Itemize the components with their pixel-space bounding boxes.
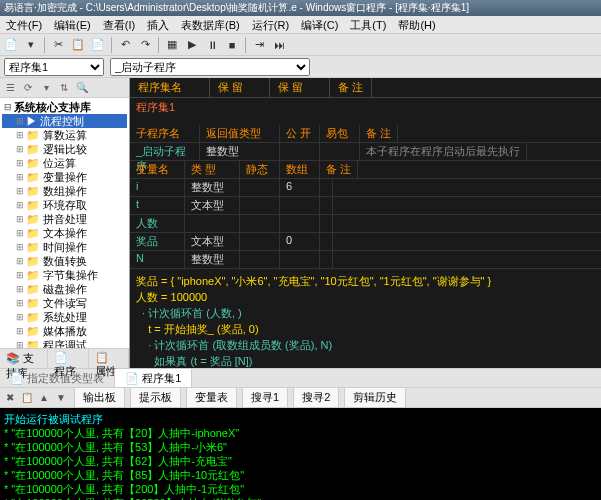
tree-item[interactable]: ⊞ ▶ 流程控制 xyxy=(2,114,127,128)
down-icon[interactable]: ▼ xyxy=(53,390,69,406)
tree-item[interactable]: ⊞ 📁 时间操作 xyxy=(2,240,127,254)
copy-out-icon[interactable]: 📋 xyxy=(19,390,35,406)
tree-item[interactable]: ⊞ 📁 数组操作 xyxy=(2,184,127,198)
copy-icon[interactable]: 📋 xyxy=(69,36,87,54)
output-line: * "在100000个人里, 共有【99580】人抽中-谢谢参与" xyxy=(4,496,597,500)
output-toolbar: ✖ 📋 ▲ ▼ 输出板 提示板 变量表 搜寻1 搜寻2 剪辑历史 xyxy=(0,388,601,408)
titlebar: 易语言·加密完成 - C:\Users\Administrator\Deskto… xyxy=(0,0,601,16)
menu-compile[interactable]: 编译(C) xyxy=(295,16,344,33)
output-line: 开始运行被调试程序 xyxy=(4,412,597,426)
editor-tab-set1[interactable]: 📄 程序集1 xyxy=(115,369,192,387)
pause-icon[interactable]: ⏸ xyxy=(203,36,221,54)
new-icon[interactable]: 📄 xyxy=(2,36,20,54)
menubar: 文件(F) 编辑(E) 查看(I) 插入 表数据库(B) 运行(R) 编译(C)… xyxy=(0,16,601,34)
tree-root[interactable]: ⊟系统核心支持库 xyxy=(2,100,127,114)
tab-program[interactable]: 📄 程序 xyxy=(48,349,88,368)
output-panel[interactable]: 开始运行被调试程序* "在100000个人里, 共有【20】人抽中-iphone… xyxy=(0,408,601,500)
refresh-icon[interactable]: ⟳ xyxy=(20,80,36,96)
out-tab-output[interactable]: 输出板 xyxy=(74,387,125,408)
sub-name-row[interactable]: _启动子程序 整数型 本子程序在程序启动后最先执行 xyxy=(130,143,601,161)
separator xyxy=(44,37,45,53)
tree-item[interactable]: ⊞ 📁 程序调试 xyxy=(2,338,127,348)
menu-run[interactable]: 运行(R) xyxy=(246,16,295,33)
step-icon[interactable]: ⇥ xyxy=(250,36,268,54)
out-tab-find2[interactable]: 搜寻2 xyxy=(293,387,339,408)
var-row[interactable]: 奖品文本型0 xyxy=(130,233,601,251)
output-line: * "在100000个人里, 共有【62】人抽中-充电宝" xyxy=(4,454,597,468)
paste-icon[interactable]: 📄 xyxy=(89,36,107,54)
tree-item[interactable]: ⊞ 📁 字节集操作 xyxy=(2,268,127,282)
minus-icon: ⊟ xyxy=(2,102,14,112)
separator xyxy=(111,37,112,53)
set-name: 程序集1 xyxy=(130,98,601,117)
menu-edit[interactable]: 编辑(E) xyxy=(48,16,97,33)
tree-item[interactable]: ⊞ 📁 系统处理 xyxy=(2,310,127,324)
tree-item[interactable]: ⊞ 📁 媒体播放 xyxy=(2,324,127,338)
redo-icon[interactable]: ↷ xyxy=(136,36,154,54)
tab-support[interactable]: 📚 支持库 xyxy=(0,349,48,368)
tree-icon[interactable]: ☰ xyxy=(2,80,18,96)
menu-db[interactable]: 表数据库(B) xyxy=(175,16,246,33)
left-toolbar: ☰ ⟳ ▾ ⇅ 🔍 xyxy=(0,78,129,98)
procedure-set-select[interactable]: 程序集1 xyxy=(4,58,104,76)
sub-header: 子程序名 返回值类型 公 开 易包 备 注 xyxy=(130,125,601,143)
tree-item[interactable]: ⊞ 📁 磁盘操作 xyxy=(2,282,127,296)
code-line[interactable]: 奖品 = { "iphoneX", "小米6", "充电宝", "10元红包",… xyxy=(136,273,595,289)
tree-item[interactable]: ⊞ 📁 拼音处理 xyxy=(2,212,127,226)
output-line: * "在100000个人里, 共有【20】人抽中-iphoneX" xyxy=(4,426,597,440)
left-tabs: 📚 支持库 📄 程序 📋 属性 xyxy=(0,348,129,368)
editor-tabs: 📄 指定数值类型表 📄 程序集1 xyxy=(0,368,601,388)
left-panel: ☰ ⟳ ▾ ⇅ 🔍 ⊟系统核心支持库 ⊞ ▶ 流程控制⊞ 📁 算数运算⊞ 📁 逻… xyxy=(0,78,130,368)
stop-icon[interactable]: ■ xyxy=(223,36,241,54)
code-line[interactable]: 人数 = 100000 xyxy=(136,289,595,305)
tree-item[interactable]: ⊞ 📁 文件读写 xyxy=(2,296,127,310)
menu-insert[interactable]: 插入 xyxy=(141,16,175,33)
separator xyxy=(245,37,246,53)
tree-item[interactable]: ⊞ 📁 位运算 xyxy=(2,156,127,170)
tree-item[interactable]: ⊞ 📁 环境存取 xyxy=(2,198,127,212)
subroutine-select[interactable]: _启动子程序 xyxy=(110,58,310,76)
output-line: * "在100000个人里, 共有【85】人抽中-10元红包" xyxy=(4,468,597,482)
tab-props[interactable]: 📋 属性 xyxy=(89,349,129,368)
var-row[interactable]: t文本型 xyxy=(130,197,601,215)
var-row[interactable]: 人数 xyxy=(130,215,601,233)
menu-file[interactable]: 文件(F) xyxy=(0,16,48,33)
cut-icon[interactable]: ✂ xyxy=(49,36,67,54)
sort-icon[interactable]: ⇅ xyxy=(56,80,72,96)
out-tab-clip[interactable]: 剪辑历史 xyxy=(344,387,406,408)
menu-view[interactable]: 查看(I) xyxy=(97,16,141,33)
code-line[interactable]: t = 开始抽奖_ (奖品, 0) xyxy=(136,321,595,337)
var-row[interactable]: N整数型 xyxy=(130,251,601,269)
tree-item[interactable]: ⊞ 📁 变量操作 xyxy=(2,170,127,184)
tree-item[interactable]: ⊞ 📁 数值转换 xyxy=(2,254,127,268)
filter-icon[interactable]: ▾ xyxy=(38,80,54,96)
up-icon[interactable]: ▲ xyxy=(36,390,52,406)
menu-tools[interactable]: 工具(T) xyxy=(344,16,392,33)
dropdown-icon[interactable]: ▾ xyxy=(22,36,40,54)
output-line: * "在100000个人里, 共有【200】人抽中-1元红包" xyxy=(4,482,597,496)
code-line[interactable]: 如果真 (t = 奖品 [N]) xyxy=(136,353,595,368)
code-editor[interactable]: 程序集名 保 留 保 留 备 注 程序集1 子程序名 返回值类型 公 开 易包 … xyxy=(130,78,601,368)
search-icon[interactable]: 🔍 xyxy=(74,80,90,96)
combo-bar: 程序集1 _启动子程序 xyxy=(0,56,601,78)
separator xyxy=(158,37,159,53)
tree-item[interactable]: ⊞ 📁 文本操作 xyxy=(2,226,127,240)
menu-help[interactable]: 帮助(H) xyxy=(392,16,441,33)
clear-icon[interactable]: ✖ xyxy=(2,390,18,406)
tree-item[interactable]: ⊞ 📁 逻辑比较 xyxy=(2,142,127,156)
support-lib-tree[interactable]: ⊟系统核心支持库 ⊞ ▶ 流程控制⊞ 📁 算数运算⊞ 📁 逻辑比较⊞ 📁 位运算… xyxy=(0,98,129,348)
editor-tab-types[interactable]: 📄 指定数值类型表 xyxy=(0,369,115,387)
app-icon[interactable]: ▦ xyxy=(163,36,181,54)
var-row[interactable]: i整数型6 xyxy=(130,179,601,197)
skip-icon[interactable]: ⏭ xyxy=(270,36,288,54)
code-line[interactable]: · 计次循环首 (人数, ) xyxy=(136,305,595,321)
output-line: * "在100000个人里, 共有【53】人抽中-小米6" xyxy=(4,440,597,454)
code-area[interactable]: 奖品 = { "iphoneX", "小米6", "充电宝", "10元红包",… xyxy=(130,269,601,368)
tree-item[interactable]: ⊞ 📁 算数运算 xyxy=(2,128,127,142)
out-tab-find1[interactable]: 搜寻1 xyxy=(242,387,288,408)
out-tab-hint[interactable]: 提示板 xyxy=(130,387,181,408)
undo-icon[interactable]: ↶ xyxy=(116,36,134,54)
play-icon[interactable]: ▶ xyxy=(183,36,201,54)
code-line[interactable]: · 计次循环首 (取数组成员数 (奖品), N) xyxy=(136,337,595,353)
out-tab-vars[interactable]: 变量表 xyxy=(186,387,237,408)
